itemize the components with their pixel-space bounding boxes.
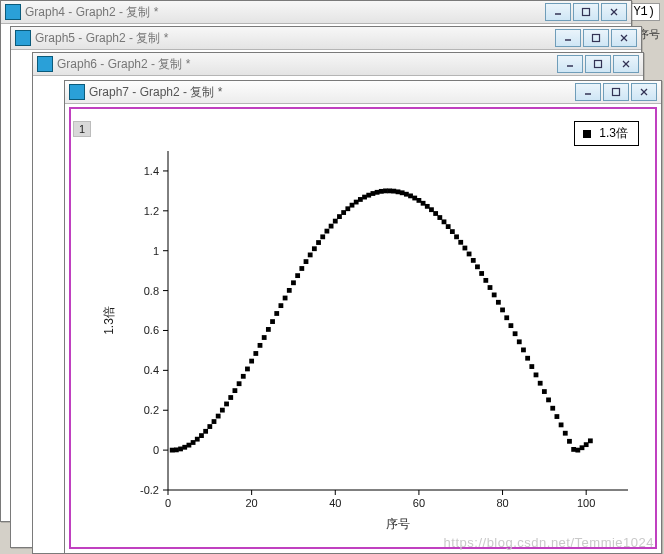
svg-rect-53: [191, 440, 196, 445]
svg-rect-74: [279, 303, 284, 308]
svg-rect-127: [500, 308, 505, 313]
x-axis-label: 序号: [386, 517, 410, 531]
svg-text:0: 0: [165, 497, 171, 509]
svg-rect-112: [437, 215, 442, 220]
titlebar[interactable]: Graph6 - Graph2 - 复制 *: [33, 53, 643, 76]
svg-text:1.2: 1.2: [144, 205, 159, 217]
legend: 1.3倍: [574, 121, 639, 146]
svg-rect-113: [442, 219, 447, 224]
close-icon[interactable]: [631, 83, 657, 101]
svg-rect-60: [220, 408, 225, 413]
svg-rect-48: [170, 448, 175, 453]
svg-text:-0.2: -0.2: [140, 484, 159, 496]
svg-rect-54: [195, 437, 200, 442]
svg-rect-125: [492, 293, 497, 298]
window-title: Graph6 - Graph2 - 复制 *: [57, 56, 553, 73]
window-title: Graph7 - Graph2 - 复制 *: [89, 84, 571, 101]
svg-rect-121: [475, 264, 480, 269]
svg-rect-126: [496, 300, 501, 305]
svg-rect-108: [421, 201, 426, 206]
svg-rect-87: [333, 219, 338, 224]
svg-text:0: 0: [153, 444, 159, 456]
svg-rect-94: [362, 195, 367, 200]
close-icon[interactable]: [613, 55, 639, 73]
svg-rect-144: [571, 447, 576, 452]
y-axis-label: 1.3倍: [102, 306, 116, 335]
legend-label: 1.3倍: [599, 125, 628, 142]
svg-rect-63: [233, 388, 238, 393]
svg-rect-131: [517, 339, 522, 344]
svg-rect-146: [580, 445, 585, 450]
svg-text:60: 60: [413, 497, 425, 509]
window-w7[interactable]: Graph7 - Graph2 - 复制 *11.3倍020406080100-…: [64, 80, 662, 554]
svg-rect-68: [253, 351, 258, 356]
svg-rect-70: [262, 335, 267, 340]
svg-rect-76: [287, 288, 292, 293]
max-icon[interactable]: [583, 29, 609, 47]
svg-rect-117: [458, 240, 463, 245]
svg-rect-148: [588, 438, 593, 443]
svg-rect-119: [467, 252, 472, 257]
min-icon[interactable]: [555, 29, 581, 47]
svg-rect-124: [488, 285, 493, 290]
svg-text:0.4: 0.4: [144, 364, 159, 376]
max-icon[interactable]: [585, 55, 611, 73]
svg-rect-132: [521, 347, 526, 352]
titlebar[interactable]: Graph7 - Graph2 - 复制 *: [65, 81, 661, 104]
svg-rect-55: [199, 433, 204, 438]
svg-rect-106: [412, 196, 417, 201]
svg-rect-67: [249, 359, 254, 364]
svg-rect-141: [559, 422, 564, 427]
svg-rect-5: [593, 35, 600, 42]
svg-rect-140: [555, 414, 560, 419]
svg-rect-9: [595, 61, 602, 68]
svg-rect-72: [270, 319, 275, 324]
sequence-badge: 1: [73, 121, 91, 137]
plot-frame: 11.3倍020406080100-0.200.20.40.60.811.21.…: [69, 107, 657, 549]
titlebar[interactable]: Graph5 - Graph2 - 复制 *: [11, 27, 641, 50]
svg-text:1: 1: [153, 245, 159, 257]
svg-rect-57: [207, 424, 212, 429]
svg-rect-61: [224, 402, 229, 407]
window-title: Graph5 - Graph2 - 复制 *: [35, 30, 551, 47]
max-icon[interactable]: [603, 83, 629, 101]
svg-rect-96: [371, 191, 376, 196]
svg-rect-134: [529, 364, 534, 369]
svg-rect-115: [450, 229, 455, 234]
svg-rect-100: [387, 188, 392, 193]
max-icon[interactable]: [573, 3, 599, 21]
svg-rect-118: [463, 246, 468, 251]
svg-rect-80: [304, 259, 309, 264]
svg-rect-114: [446, 224, 451, 229]
min-icon[interactable]: [575, 83, 601, 101]
svg-rect-95: [366, 193, 371, 198]
legend-marker-icon: [583, 130, 591, 138]
svg-rect-51: [182, 445, 187, 450]
svg-rect-101: [391, 189, 396, 194]
svg-rect-50: [178, 447, 183, 452]
svg-rect-92: [354, 200, 359, 205]
svg-rect-128: [504, 315, 509, 320]
svg-rect-102: [396, 189, 401, 194]
svg-rect-130: [513, 331, 518, 336]
svg-rect-62: [228, 395, 233, 400]
min-icon[interactable]: [557, 55, 583, 73]
svg-rect-133: [525, 356, 530, 361]
svg-rect-1: [583, 9, 590, 16]
close-icon[interactable]: [601, 3, 627, 21]
svg-rect-129: [509, 323, 514, 328]
min-icon[interactable]: [545, 3, 571, 21]
svg-rect-83: [316, 240, 321, 245]
titlebar[interactable]: Graph4 - Graph2 - 复制 *: [1, 1, 631, 24]
close-icon[interactable]: [611, 29, 637, 47]
svg-rect-137: [542, 389, 547, 394]
svg-text:0.2: 0.2: [144, 404, 159, 416]
svg-rect-75: [283, 296, 288, 301]
svg-rect-88: [337, 214, 342, 219]
svg-rect-69: [258, 343, 263, 348]
svg-rect-85: [325, 229, 330, 234]
svg-rect-98: [379, 189, 384, 194]
svg-rect-122: [479, 271, 484, 276]
chart-svg: 020406080100-0.200.20.40.60.811.21.4序号1.…: [73, 111, 653, 545]
svg-rect-81: [308, 253, 313, 258]
